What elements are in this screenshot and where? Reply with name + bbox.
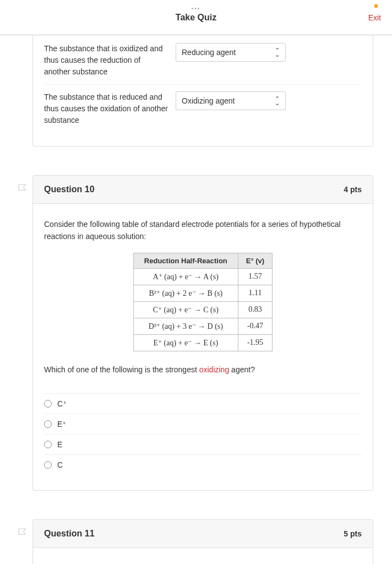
notification-indicator	[374, 4, 378, 8]
question-title: Question 10	[44, 185, 95, 194]
options-list: C⁺ E⁺ E C	[44, 393, 362, 477]
radio-icon[interactable]	[44, 461, 52, 469]
table-header-reaction: Reduction Half-Reaction	[133, 253, 238, 268]
select-value: Oxidizing agent	[182, 96, 235, 105]
question-intro: Consider the following table of standard…	[44, 218, 362, 243]
match-prompt: The substance that is oxidized and thus …	[44, 43, 168, 78]
chevron-updown-icon: ⌃⌄	[275, 96, 280, 105]
flag-icon[interactable]	[18, 528, 28, 540]
radio-icon[interactable]	[44, 420, 52, 428]
radio-icon[interactable]	[44, 400, 52, 408]
match-select-reducing[interactable]: Reducing agent ⌃⌄	[176, 43, 286, 62]
question-header: Question 11 5 pts	[33, 520, 373, 548]
table-row: A⁺ (aq) + e⁻ → A (s)1.57	[133, 268, 272, 285]
page-title: Take Quiz	[176, 13, 216, 23]
table-header-potential: E° (v)	[238, 253, 272, 268]
question-card-11: Question 11 5 pts Consider the following…	[32, 519, 373, 564]
option-label: C⁺	[57, 399, 67, 408]
question-header: Question 10 4 pts	[33, 176, 373, 204]
option-label: E⁺	[57, 420, 66, 429]
option-row[interactable]: C	[44, 454, 362, 475]
match-prompt: The substance that is reduced and thus c…	[44, 91, 168, 126]
question-card-9: The substance that is oxidized and thus …	[32, 35, 373, 147]
match-row: The substance that is reduced and thus c…	[44, 84, 362, 133]
question-followup: Which of one of the following is the str…	[44, 364, 362, 376]
question-points: 5 pts	[344, 529, 362, 538]
potentials-table: Reduction Half-Reaction E° (v) A⁺ (aq) +…	[133, 253, 273, 351]
drag-handle-icon: •••	[192, 6, 201, 12]
option-label: C	[57, 460, 63, 469]
flag-icon[interactable]	[18, 183, 28, 196]
exit-button[interactable]: Exit	[368, 13, 381, 22]
option-row[interactable]: C⁺	[44, 393, 362, 414]
option-label: E	[57, 440, 62, 449]
table-row: B²⁺ (aq) + 2 e⁻ → B (s)1.11	[133, 285, 272, 301]
chevron-updown-icon: ⌃⌄	[275, 48, 280, 57]
table-row: C⁺ (aq) + e⁻ → C (s)0.83	[133, 301, 272, 318]
option-row[interactable]: E	[44, 434, 362, 454]
match-row: The substance that is oxidized and thus …	[44, 36, 362, 84]
radio-icon[interactable]	[44, 441, 52, 448]
table-row: E⁺ (aq) + e⁻ → E (s)-1.95	[133, 334, 272, 351]
question-title: Question 11	[44, 529, 95, 539]
table-row: D³⁺ (aq) + 3 e⁻ → D (s)-0.47	[133, 318, 272, 334]
select-value: Reducing agent	[182, 48, 236, 57]
match-select-oxidizing[interactable]: Oxidizing agent ⌃⌄	[176, 91, 286, 110]
question-points: 4 pts	[344, 185, 362, 194]
option-row[interactable]: E⁺	[44, 414, 362, 434]
question-card-10: Question 10 4 pts Consider the following…	[32, 175, 373, 491]
